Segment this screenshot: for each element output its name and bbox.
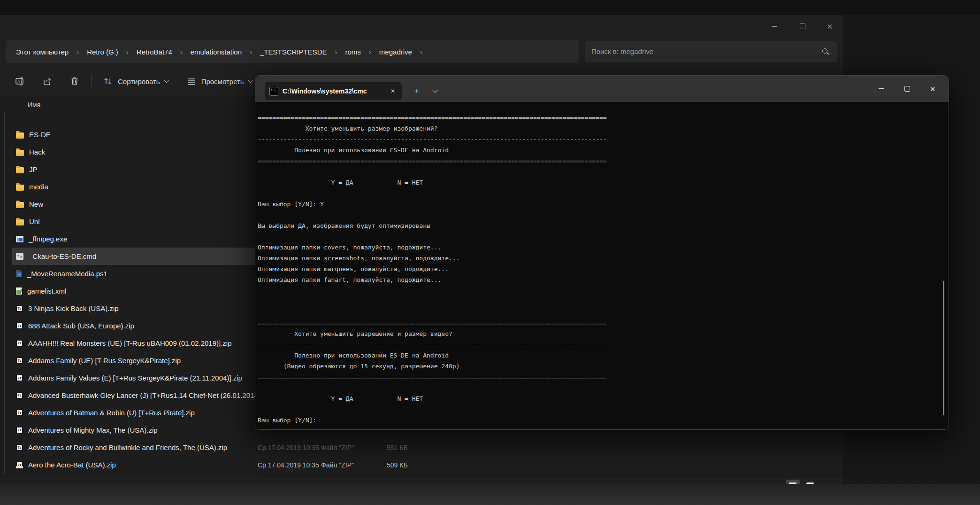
- column-header-name[interactable]: Имя: [28, 98, 40, 112]
- file-type: Файл "ZIP": [321, 444, 387, 451]
- breadcrumb-item[interactable]: emulationstation: [186, 45, 255, 59]
- desktop-top-strip: [0, 0, 980, 15]
- breadcrumb-item[interactable]: _TESTSCRIPTESDE: [255, 45, 341, 59]
- cmd-icon: [16, 253, 23, 260]
- zip-icon: [16, 444, 23, 451]
- svg-text:A: A: [17, 79, 20, 84]
- file-size: 551 КБ: [387, 444, 408, 451]
- partial-file-icon-fragment: [16, 466, 23, 468]
- terminal-close-button[interactable]: [919, 76, 946, 102]
- search-input[interactable]: Поиск в: megadrive: [585, 41, 837, 62]
- breadcrumb-item[interactable]: roms: [341, 45, 375, 59]
- zip-icon: [16, 374, 23, 381]
- zip-icon: [16, 322, 23, 329]
- close-button[interactable]: [816, 15, 843, 38]
- tab-dropdown-button[interactable]: [427, 82, 443, 100]
- zip-icon: [16, 409, 23, 416]
- desktop-bottom-band: [0, 484, 980, 505]
- breadcrumb-item[interactable]: RetroBat74: [132, 45, 186, 59]
- exe-icon: [16, 236, 23, 242]
- breadcrumb-item[interactable]: megadrive: [375, 45, 426, 59]
- breadcrumb-item[interactable]: Этот компьютер: [11, 45, 82, 59]
- terminal-output[interactable]: ========================================…: [255, 102, 949, 429]
- terminal-text: ========================================…: [255, 102, 949, 426]
- chevron-right-icon[interactable]: [123, 48, 132, 56]
- view-list-icon: [186, 76, 197, 86]
- folder-icon: [16, 185, 24, 191]
- zip-icon: [16, 427, 23, 434]
- chevron-right-icon[interactable]: [177, 48, 186, 56]
- terminal-tab-title: C:\Windows\system32\cmc: [283, 87, 384, 95]
- sort-button[interactable]: Сортировать: [98, 72, 173, 90]
- chevron-right-icon[interactable]: [246, 48, 255, 56]
- zip-icon: [16, 340, 23, 347]
- file-size: 509 КБ: [387, 461, 408, 469]
- search-icon[interactable]: [821, 47, 830, 56]
- rename-button[interactable]: A: [10, 72, 30, 90]
- chevron-down-icon: [164, 78, 169, 83]
- zip-icon: [16, 392, 23, 399]
- delete-button[interactable]: [65, 72, 84, 90]
- pane-divider: [4, 112, 5, 474]
- search-placeholder: Поиск в: megadrive: [591, 47, 653, 55]
- ps1-icon: [16, 270, 22, 277]
- chevron-down-icon: [248, 78, 253, 83]
- folder-icon: [16, 167, 24, 173]
- minimize-icon: [772, 26, 777, 26]
- chevron-right-icon[interactable]: [417, 48, 426, 56]
- desktop: Этот компьютер Retro (G:) RetroBat74: [0, 0, 980, 505]
- cmd-prompt-icon: [269, 87, 278, 96]
- new-tab-button[interactable]: [408, 82, 425, 100]
- zip-icon: [16, 357, 23, 364]
- terminal-maximize-button[interactable]: [894, 76, 920, 102]
- file-date: Ср 17.04.2019 10:35: [258, 444, 321, 451]
- file-row[interactable]: Adventures of Rocky and Bullwinkle and F…: [12, 439, 834, 456]
- terminal-minimize-button[interactable]: [868, 76, 894, 102]
- maximize-icon: [904, 86, 910, 92]
- maximize-button[interactable]: [789, 15, 816, 38]
- breadcrumb[interactable]: Этот компьютер Retro (G:) RetroBat74: [6, 40, 579, 63]
- file-type: Файл "ZIP": [321, 461, 387, 469]
- minimize-button[interactable]: [761, 15, 788, 38]
- terminal-scrollbar[interactable]: [943, 281, 944, 415]
- folder-icon: [16, 132, 24, 139]
- chevron-right-icon[interactable]: [332, 48, 341, 56]
- breadcrumb-item[interactable]: Retro (G:): [82, 45, 132, 59]
- terminal-tab-bar: C:\Windows\system32\cmc: [255, 76, 949, 102]
- folder-icon: [16, 202, 24, 208]
- xml-icon: [16, 287, 22, 295]
- explorer-titlebar: [0, 15, 843, 38]
- maximize-icon: [800, 23, 805, 29]
- view-button[interactable]: Просмотреть: [182, 72, 257, 90]
- chevron-right-icon[interactable]: [73, 48, 82, 56]
- address-row: Этот компьютер Retro (G:) RetroBat74: [0, 38, 843, 66]
- share-button[interactable]: [38, 72, 57, 90]
- folder-icon: [16, 150, 24, 156]
- tab-close-icon[interactable]: [389, 87, 397, 95]
- rename-icon: A: [15, 76, 25, 86]
- view-label: Просмотреть: [201, 78, 244, 85]
- file-date: Ср 17.04.2019 10:35: [258, 461, 321, 469]
- file-row[interactable]: Aero the Acro-Bat (USA).zip Ср 17.04.201…: [12, 456, 834, 474]
- terminal-window: C:\Windows\system32\cmc ================…: [255, 75, 949, 430]
- sort-icon: [103, 76, 113, 86]
- trash-icon: [69, 76, 80, 86]
- chevron-right-icon[interactable]: [366, 48, 375, 56]
- minimize-icon: [879, 88, 884, 89]
- folder-icon: [16, 219, 24, 225]
- close-icon: [930, 85, 936, 93]
- terminal-tab[interactable]: C:\Windows\system32\cmc: [265, 82, 402, 100]
- share-icon: [42, 76, 53, 86]
- chevron-down-icon: [432, 87, 437, 93]
- zip-icon: [16, 305, 23, 312]
- sort-label: Сортировать: [118, 78, 160, 85]
- toolbar-divider: [91, 75, 92, 87]
- close-icon: [827, 23, 833, 30]
